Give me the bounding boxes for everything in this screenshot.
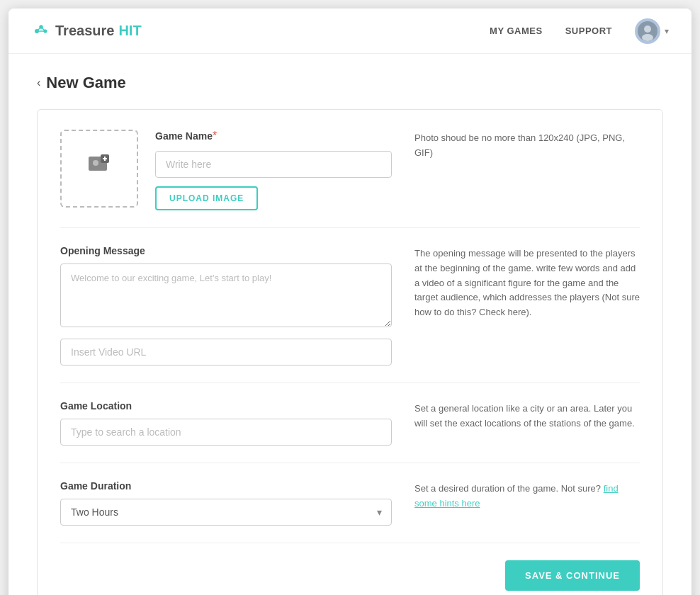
game-location-label: Game Location [60, 400, 392, 412]
add-photo-icon [86, 152, 112, 183]
game-duration-label: Game Duration [60, 480, 392, 492]
duration-hint-link[interactable]: find some hints here [414, 483, 619, 509]
required-star: * [213, 130, 217, 142]
section-image-name: Game Name* UPLOAD IMAGE Photo shoud be n… [60, 130, 640, 228]
svg-line-3 [37, 27, 41, 31]
user-menu-chevron-icon: ▾ [665, 26, 669, 36]
opening-message-hint: The opening message will be presented to… [414, 245, 640, 366]
section-game-duration-left: Game Duration One Hour Two Hours Three H… [60, 480, 414, 526]
opening-message-textarea[interactable] [60, 264, 392, 327]
game-duration-hint: Set a desired duration of the game. Not … [414, 480, 640, 526]
nav-my-games[interactable]: MY GAMES [490, 26, 543, 36]
game-name-area: Game Name* UPLOAD IMAGE [155, 130, 392, 210]
back-arrow-icon[interactable]: ‹ [37, 76, 40, 89]
form-card: Game Name* UPLOAD IMAGE Photo shoud be n… [37, 109, 663, 595]
game-name-label: Game Name* [155, 130, 392, 142]
section-opening-message-left: Opening Message [60, 245, 414, 366]
section-game-duration: Game Duration One Hour Two Hours Three H… [60, 480, 640, 543]
section-game-location-left: Game Location [60, 400, 414, 446]
nav-right: MY GAMES SUPPORT ▾ [490, 18, 669, 44]
save-continue-button[interactable]: SAVE & CONTINUE [505, 560, 640, 591]
navbar: TreasureHIT MY GAMES SUPPORT ▾ [9, 8, 691, 54]
game-location-hint: Set a general location like a city or an… [414, 400, 640, 446]
game-duration-select[interactable]: One Hour Two Hours Three Hours Four Hour… [60, 499, 392, 526]
logo[interactable]: TreasureHIT [31, 21, 142, 41]
section-opening-message: Opening Message The opening message will… [60, 245, 640, 383]
actions-row: SAVE & CONTINUE [60, 560, 640, 591]
nav-support[interactable]: SUPPORT [565, 26, 612, 36]
opening-message-label: Opening Message [60, 245, 392, 256]
avatar [635, 18, 660, 44]
breadcrumb: ‹ New Game [37, 74, 663, 92]
top-row: Game Name* UPLOAD IMAGE [60, 130, 392, 210]
logo-treasure-text: Treasure [55, 23, 114, 39]
section-game-location: Game Location Set a general location lik… [60, 400, 640, 463]
section-image-name-left: Game Name* UPLOAD IMAGE [60, 130, 414, 210]
svg-point-10 [93, 160, 98, 166]
video-url-input[interactable] [60, 339, 392, 366]
logo-icon [31, 21, 51, 41]
app-window: TreasureHIT MY GAMES SUPPORT ▾ ‹ New Gam… [9, 8, 691, 595]
game-name-input[interactable] [155, 151, 392, 178]
image-upload-box[interactable] [60, 130, 138, 208]
upload-image-button[interactable]: UPLOAD IMAGE [155, 186, 258, 210]
game-duration-select-wrap: One Hour Two Hours Three Hours Four Hour… [60, 499, 392, 526]
svg-point-7 [644, 26, 651, 33]
user-menu[interactable]: ▾ [635, 18, 669, 44]
game-duration-hint-text: Set a desired duration of the game. Not … [414, 483, 619, 509]
page-title: New Game [46, 74, 126, 92]
logo-hit-text: HIT [118, 23, 141, 39]
svg-line-4 [41, 27, 45, 31]
svg-point-8 [642, 34, 653, 41]
photo-hint: Photo shoud be no more than 120x240 (JPG… [414, 130, 640, 210]
main-content: ‹ New Game [9, 54, 691, 595]
game-location-input[interactable] [60, 419, 392, 446]
